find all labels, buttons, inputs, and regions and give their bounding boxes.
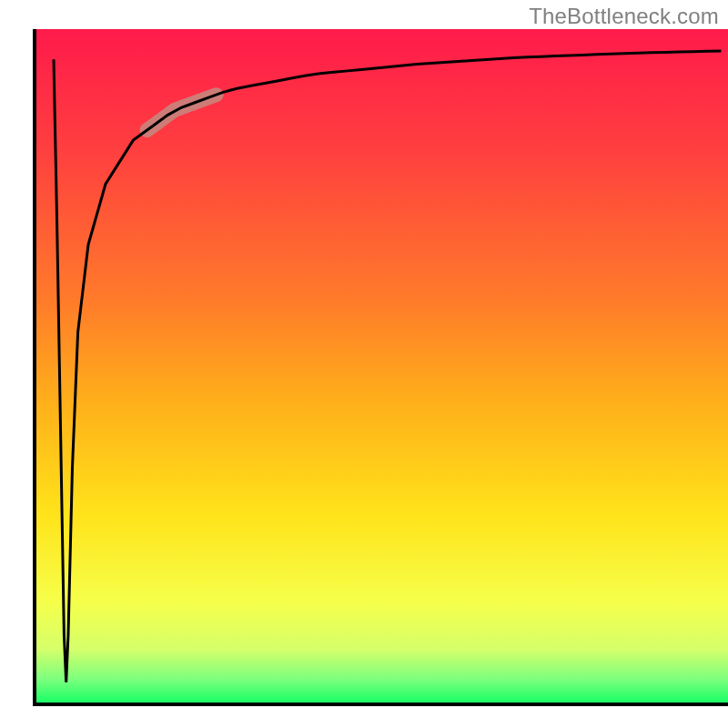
chart-svg [0,0,728,728]
axis-left-border [33,29,36,706]
plot-area [36,29,728,703]
axis-bottom-border [33,703,728,706]
watermark-text: TheBottleneck.com [529,4,719,29]
chart-stage: TheBottleneck.com [0,0,728,728]
